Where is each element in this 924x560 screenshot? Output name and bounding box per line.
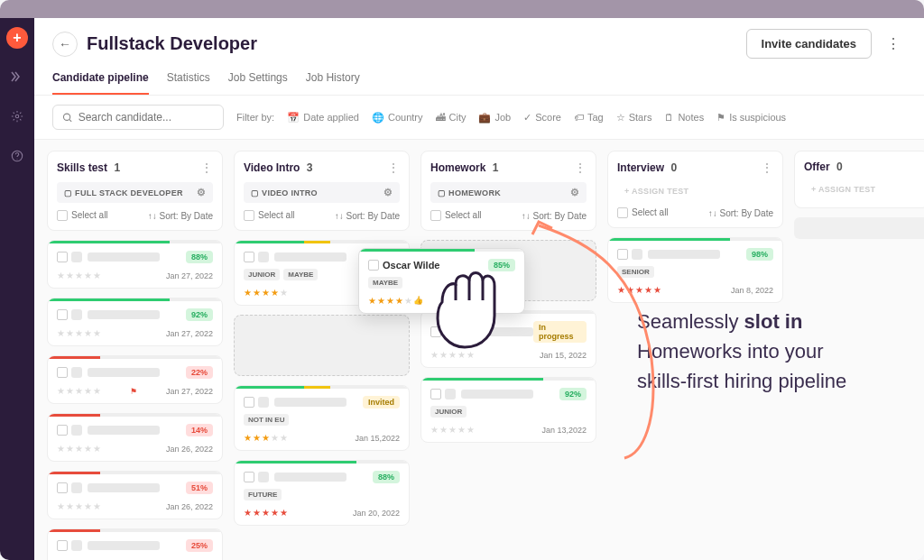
select-all-label[interactable]: Select all — [71, 210, 108, 220]
gear-icon[interactable]: ⚙ — [383, 187, 393, 198]
window-titlebar — [0, 0, 924, 18]
score-badge: 92% — [186, 308, 213, 321]
card-checkbox[interactable] — [57, 309, 68, 320]
score-badge: 14% — [186, 424, 213, 436]
column-count: 0 — [670, 161, 677, 174]
column-header: Skills test 1⋮▢ FULL STACK DEVELOPER⚙Sel… — [47, 151, 223, 231]
card-checkbox[interactable] — [57, 252, 68, 262]
card-checkbox[interactable] — [244, 472, 254, 482]
card-checkbox[interactable] — [57, 367, 68, 378]
card-checkbox[interactable] — [57, 425, 68, 436]
test-pill[interactable]: ▢ HOMEWORK⚙ — [430, 182, 587, 203]
svg-point-0 — [15, 115, 19, 118]
star-rating: ★★★★★ — [430, 425, 475, 435]
card-date: Jan 20, 2022 — [353, 509, 400, 518]
select-all-checkbox[interactable] — [244, 210, 254, 221]
column-header: Video Intro 3⋮▢ VIDEO INTRO⚙Select all↑↓… — [234, 151, 410, 231]
column-title: Skills test — [57, 161, 107, 174]
tab-job-history[interactable]: Job History — [306, 71, 360, 95]
tab-statistics[interactable]: Statistics — [167, 71, 210, 95]
search-icon — [62, 112, 73, 124]
card-checkbox[interactable] — [244, 397, 254, 408]
candidate-card[interactable]: 88%★★★★★Jan 27, 2022 — [47, 240, 223, 289]
select-all-label[interactable]: Select all — [258, 210, 295, 220]
filter-row: Filter by: 📅 Date applied 🌐 Country 🏙 Ci… — [34, 96, 924, 140]
search-input[interactable] — [79, 111, 214, 124]
filter-job[interactable]: 💼 Job — [478, 112, 511, 124]
card-date: Jan 27, 2022 — [166, 387, 213, 396]
column-count: 1 — [493, 161, 499, 174]
sort-button[interactable]: ↑↓ Sort: By Date — [148, 211, 213, 221]
column-skills-test: Skills test 1⋮▢ FULL STACK DEVELOPER⚙Sel… — [47, 151, 223, 549]
tab-job-settings[interactable]: Job Settings — [228, 71, 288, 95]
column-count: 1 — [114, 161, 120, 174]
star-rating: ★★★★★ — [57, 501, 101, 511]
test-pill[interactable]: ▢ FULL STACK DEVELOPER⚙ — [57, 182, 213, 203]
star-rating: ★★★★★ — [244, 508, 288, 518]
candidate-card[interactable]: 14%★★★★★Jan 26, 2022 — [47, 413, 223, 462]
header: ← Fullstack Developer Invite candidates … — [34, 18, 924, 96]
card-checkbox[interactable] — [430, 389, 441, 399]
search-box[interactable] — [52, 105, 224, 130]
sort-button[interactable]: ↑↓ Sort: By Date — [335, 211, 400, 221]
column-title: Interview — [617, 161, 664, 174]
score-badge: 51% — [186, 482, 213, 494]
column-header: Offer 0+ ASSIGN TEST — [794, 151, 924, 208]
column-count: 3 — [307, 161, 313, 174]
candidate-card[interactable]: 51%★★★★★Jan 26, 2022 — [47, 471, 223, 519]
more-menu-icon[interactable]: ⋮ — [881, 32, 906, 57]
card-date: Jan 27, 2022 — [166, 271, 213, 280]
filter-notes[interactable]: 🗒 Notes — [664, 112, 704, 123]
flag-icon: ⚑ — [130, 387, 137, 396]
filter-score[interactable]: ✓ Score — [523, 112, 561, 124]
filter-country[interactable]: 🌐 Country — [372, 112, 423, 124]
sidebar: + — [0, 18, 34, 560]
invite-candidates-button[interactable]: Invite candidates — [746, 29, 872, 59]
gear-icon[interactable]: ⚙ — [197, 187, 206, 198]
help-icon[interactable] — [5, 144, 29, 168]
column-menu-icon[interactable]: ⋮ — [387, 161, 400, 175]
card-checkbox[interactable] — [57, 540, 68, 551]
select-all-label[interactable]: Select all — [445, 210, 482, 220]
filter-city[interactable]: 🏙 City — [436, 112, 467, 123]
candidate-card[interactable]: 22%★★★★★ ⚑Jan 27, 2022 — [47, 355, 223, 404]
expand-icon[interactable] — [5, 65, 29, 88]
card-checkbox[interactable] — [57, 482, 68, 493]
tag: FUTURE — [244, 489, 282, 500]
test-pill[interactable]: ▢ VIDEO INTRO⚙ — [244, 182, 400, 203]
tag: JUNIOR — [430, 406, 467, 418]
score-badge: 88% — [373, 471, 400, 483]
back-button[interactable]: ← — [52, 32, 78, 57]
arrow-illustration — [525, 215, 778, 476]
candidate-card[interactable]: 92%★★★★★Jan 27, 2022 — [47, 298, 223, 346]
tag: JUNIOR — [244, 269, 280, 280]
assign-test[interactable]: + ASSIGN TEST — [617, 182, 773, 200]
select-all-checkbox[interactable] — [430, 210, 441, 221]
drop-placeholder — [234, 315, 410, 376]
tab-pipeline[interactable]: Candidate pipeline — [52, 71, 149, 95]
tag: NOT IN EU — [244, 414, 289, 426]
filter-tag[interactable]: 🏷 Tag — [574, 112, 604, 123]
card-checkbox[interactable] — [244, 252, 254, 262]
tag: MAYBE — [368, 277, 402, 289]
column-title: Homework — [430, 161, 485, 174]
filter-stars[interactable]: ☆ Stars — [616, 112, 652, 124]
candidate-card[interactable]: 25%★★★★★ — [47, 528, 223, 560]
filter-suspicious[interactable]: ⚑ Is suspicious — [716, 112, 786, 124]
filter-date[interactable]: 📅 Date applied — [287, 112, 359, 124]
tag: MAYBE — [283, 269, 318, 280]
svg-point-2 — [63, 114, 69, 120]
score-badge: 22% — [186, 366, 213, 379]
add-button[interactable]: + — [6, 27, 28, 49]
column-menu-icon[interactable]: ⋮ — [761, 161, 773, 175]
tabs: Candidate pipeline Statistics Job Settin… — [52, 71, 906, 95]
column-menu-icon[interactable]: ⋮ — [574, 161, 587, 175]
candidate-card[interactable]: InvitedNOT IN EU★★★★★Jan 15,2022 — [234, 385, 410, 451]
star-rating: ★★★★★ — [57, 328, 101, 338]
settings-icon[interactable] — [5, 105, 29, 128]
gear-icon[interactable]: ⚙ — [570, 187, 579, 198]
candidate-card[interactable]: 88%FUTURE★★★★★Jan 20, 2022 — [234, 460, 410, 526]
page-title: Fullstack Developer — [87, 33, 737, 54]
column-menu-icon[interactable]: ⋮ — [200, 161, 213, 175]
select-all-checkbox[interactable] — [57, 210, 68, 221]
